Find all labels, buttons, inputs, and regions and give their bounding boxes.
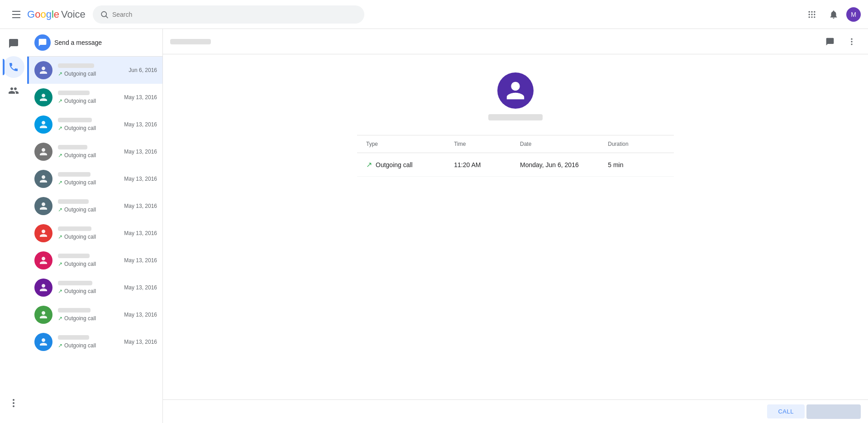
- search-bar: [93, 5, 364, 24]
- contact-avatar: [34, 306, 52, 324]
- col-header-type: Type: [357, 141, 454, 147]
- contact-name-blur: [58, 254, 90, 258]
- contact-call-type: Outgoing call: [64, 342, 96, 349]
- main-layout: Send a message ↗ Outgoing call Jun 6, 20…: [0, 29, 868, 423]
- sidebar-item-calls[interactable]: [3, 56, 24, 78]
- outgoing-arrow-small-icon: ↗: [58, 125, 62, 131]
- outgoing-arrow-small-icon: ↗: [58, 234, 62, 240]
- svg-point-3: [811, 11, 812, 12]
- people-icon: [8, 85, 19, 96]
- svg-point-10: [814, 16, 815, 18]
- more-options-button[interactable]: [3, 392, 24, 414]
- outgoing-arrow-small-icon: ↗: [58, 179, 62, 186]
- send-message-label: Send a message: [54, 39, 102, 46]
- svg-point-11: [13, 399, 14, 401]
- call-type-label: Outgoing call: [376, 161, 413, 168]
- detail-name-blur: [488, 114, 543, 120]
- apps-button[interactable]: [803, 5, 821, 24]
- svg-point-0: [101, 11, 106, 16]
- notifications-button[interactable]: [825, 5, 843, 24]
- contact-name-blur: [58, 172, 91, 177]
- contact-avatar: [34, 170, 52, 188]
- call-time: 11:20 AM: [454, 161, 520, 168]
- outgoing-arrow-small-icon: ↗: [58, 98, 62, 104]
- more-vert-detail-icon: [847, 37, 856, 46]
- contact-list-item[interactable]: ↗ Outgoing call May 13, 2016: [27, 247, 162, 274]
- sidebar-item-contacts[interactable]: [3, 80, 24, 101]
- contact-list-item[interactable]: ↗ Outgoing call Jun 6, 2016: [27, 57, 162, 84]
- svg-point-7: [814, 14, 815, 15]
- col-header-date: Date: [520, 141, 608, 147]
- contact-subtitle: ↗ Outgoing call: [58, 179, 120, 186]
- contact-subtitle: ↗ Outgoing call: [58, 342, 120, 349]
- contact-list-item[interactable]: ↗ Outgoing call May 13, 2016: [27, 84, 162, 111]
- main-content: Type Time Date Duration ↗ Outgoing call …: [163, 29, 868, 423]
- search-input[interactable]: [112, 11, 357, 18]
- contact-date: May 13, 2016: [124, 121, 157, 128]
- contact-name-blur: [58, 281, 92, 285]
- contact-name-blur: [58, 308, 91, 312]
- col-header-duration: Duration: [608, 141, 674, 147]
- avatar-icon: [505, 80, 526, 101]
- contacts-panel: Send a message ↗ Outgoing call Jun 6, 20…: [27, 29, 163, 423]
- svg-point-5: [809, 14, 810, 15]
- contact-subtitle: ↗ Outgoing call: [58, 125, 120, 131]
- table-row: ↗ Outgoing call 11:20 AM Monday, Jun 6, …: [357, 153, 674, 177]
- detail-area: Type Time Date Duration ↗ Outgoing call …: [163, 54, 868, 399]
- avatar[interactable]: M: [846, 7, 861, 22]
- contact-subtitle: ↗ Outgoing call: [58, 98, 120, 104]
- top-header: Google Voice M: [0, 0, 868, 29]
- contact-avatar: [34, 197, 52, 215]
- apps-icon: [807, 10, 816, 19]
- contact-name-blur: [58, 91, 90, 95]
- search-icon: [100, 10, 109, 19]
- contact-info: ↗ Outgoing call: [58, 63, 125, 77]
- contact-list-item[interactable]: ↗ Outgoing call May 13, 2016: [27, 274, 162, 301]
- message-button[interactable]: [821, 33, 839, 51]
- hamburger-button[interactable]: [7, 5, 25, 24]
- contact-date: May 13, 2016: [124, 176, 157, 182]
- more-options-detail-button[interactable]: [843, 33, 861, 51]
- message-icon: [825, 37, 835, 46]
- contact-date: May 13, 2016: [124, 230, 157, 236]
- call-duration: 5 min: [608, 161, 674, 168]
- sidebar: [0, 29, 27, 423]
- call-log-table: Type Time Date Duration ↗ Outgoing call …: [357, 135, 674, 177]
- contact-name-blur: [58, 226, 91, 231]
- contact-name-blur: [58, 63, 94, 68]
- chat-icon: [8, 38, 19, 49]
- svg-point-14: [851, 38, 852, 39]
- contact-list-item[interactable]: ↗ Outgoing call May 13, 2016: [27, 138, 162, 165]
- call-button[interactable]: CALL: [767, 404, 805, 418]
- sidebar-item-messages[interactable]: [3, 33, 24, 54]
- header-right: M: [803, 5, 861, 24]
- outgoing-arrow-icon: ↗: [366, 160, 372, 169]
- contact-list-item[interactable]: ↗ Outgoing call May 13, 2016: [27, 111, 162, 138]
- contact-name-blur: [58, 145, 87, 149]
- contact-info: ↗ Outgoing call: [58, 281, 120, 294]
- contact-date: Jun 6, 2016: [129, 67, 157, 73]
- contact-list-item[interactable]: ↗ Outgoing call May 13, 2016: [27, 328, 162, 356]
- contact-avatar: [34, 251, 52, 269]
- svg-point-12: [13, 402, 14, 404]
- contact-name-blur: [58, 335, 89, 340]
- contact-call-type: Outgoing call: [64, 261, 96, 267]
- contact-info: ↗ Outgoing call: [58, 335, 120, 349]
- chat-bubble-icon: [38, 38, 47, 47]
- outgoing-arrow-small-icon: ↗: [58, 152, 62, 159]
- bottom-bar: CALL: [163, 399, 868, 423]
- contact-list-item[interactable]: ↗ Outgoing call May 13, 2016: [27, 301, 162, 328]
- svg-point-2: [809, 11, 810, 12]
- table-header: Type Time Date Duration: [357, 135, 674, 153]
- contact-list-item[interactable]: ↗ Outgoing call May 13, 2016: [27, 220, 162, 247]
- send-message-button[interactable]: Send a message: [34, 34, 155, 51]
- contact-date: May 13, 2016: [124, 203, 157, 209]
- contact-header-bar: [163, 29, 868, 54]
- bell-icon: [829, 10, 839, 19]
- contact-list-item[interactable]: ↗ Outgoing call May 13, 2016: [27, 192, 162, 220]
- contact-date: May 13, 2016: [124, 149, 157, 155]
- contact-info: ↗ Outgoing call: [58, 145, 120, 159]
- logo: Google Voice: [27, 9, 86, 20]
- outgoing-arrow-small-icon: ↗: [58, 342, 62, 349]
- contact-list-item[interactable]: ↗ Outgoing call May 13, 2016: [27, 165, 162, 192]
